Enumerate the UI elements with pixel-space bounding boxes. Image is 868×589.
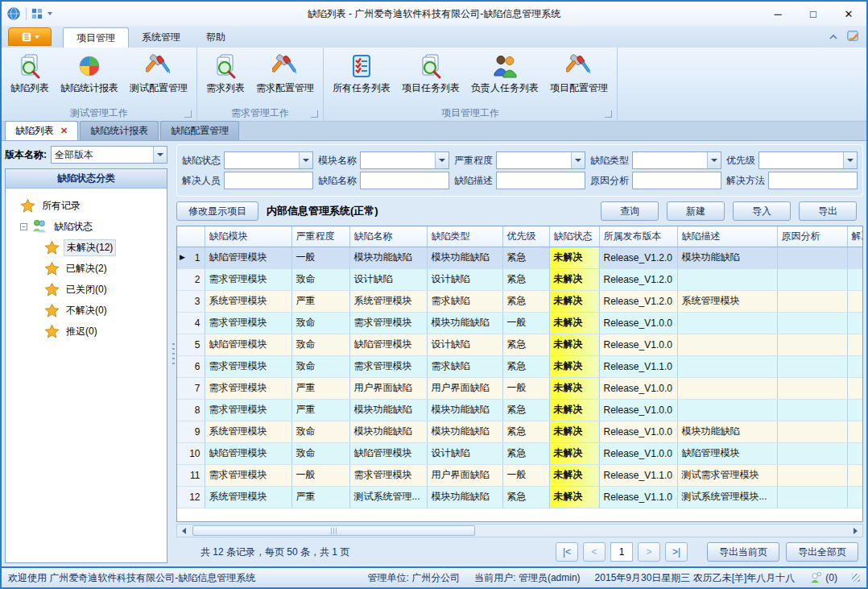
模块名称-dropdown[interactable] (360, 151, 449, 169)
dropdown-button[interactable] (843, 152, 857, 168)
column-header-缺陷描述[interactable]: 缺陷描述 (677, 226, 777, 247)
dropdown-button[interactable] (707, 152, 721, 168)
column-header-原因分析[interactable]: 原因分析 (777, 226, 847, 247)
action-button-查询[interactable]: 查询 (601, 201, 659, 221)
managing-unit: 管理单位: 广州分公司 (368, 571, 461, 585)
ribbon-button-缺陷列表[interactable]: 缺陷列表 (5, 49, 55, 97)
table-row[interactable]: 9系统管理模块致命模块功能缺陷模块功能缺陷紧急未解决Release_V1.0.0… (177, 421, 863, 442)
dropdown-button[interactable] (153, 147, 167, 163)
ribbon-button-所有任务列表[interactable]: 所有任务列表 (327, 49, 396, 97)
close-tab-icon[interactable]: ✕ (60, 126, 68, 136)
tree-item-推迟(0)[interactable]: 推迟(0) (9, 321, 163, 342)
globe-icon[interactable] (6, 6, 21, 21)
原因分析-input[interactable] (632, 172, 721, 189)
解决人员-input[interactable] (224, 172, 313, 189)
scrollbar-track[interactable] (191, 525, 849, 537)
column-header-解决方法[interactable]: 解决方法 (847, 226, 863, 247)
ribbon-tab-1[interactable]: 项目管理 (63, 27, 129, 48)
welcome-text: 欢迎使用 广州爱奇迪软件科技有限公司-缺陷信息管理系统 (8, 571, 353, 585)
cell: 模块功能缺陷 (427, 421, 502, 442)
table-row[interactable]: 12系统管理模块严重测试系统管理...模块功能缺陷紧急未解决Release_V1… (177, 486, 863, 508)
ribbon-tab-2[interactable]: 系统管理 (129, 27, 193, 48)
table-row[interactable]: 10缺陷管理模块致命缺陷管理模块设计缺陷紧急未解决Release_V1.0.0缺… (177, 442, 863, 464)
grid-menu-icon[interactable] (31, 8, 43, 19)
dropdown-button[interactable] (299, 152, 312, 168)
table-row[interactable]: 5缺陷管理模块致命缺陷管理模块设计缺陷紧急未解决Release_V1.0.0 (177, 334, 863, 355)
export-all-pages-button[interactable]: 导出全部页 (786, 542, 858, 562)
prev-page-button[interactable]: < (583, 542, 606, 562)
table-row[interactable]: 8需求管理模块严重模块功能缺陷模块功能缺陷紧急未解决Release_V1.0.0 (177, 399, 863, 421)
action-button-新建[interactable]: 新建 (667, 201, 725, 221)
panel-splitter[interactable] (171, 141, 176, 566)
tree-item-所有记录[interactable]: 所有记录 (9, 195, 163, 216)
horizontal-scrollbar[interactable] (176, 524, 863, 537)
tree-item-已关闭(0)[interactable]: 已关闭(0) (9, 279, 163, 300)
export-current-page-button[interactable]: 导出当前页 (707, 542, 779, 562)
column-header-所属发布版本[interactable]: 所属发布版本 (599, 226, 677, 247)
resize-grip-icon[interactable] (852, 574, 860, 582)
column-header-优先级[interactable]: 优先级 (502, 226, 549, 247)
action-button-导入[interactable]: 导入 (733, 201, 791, 221)
last-page-button[interactable]: >| (665, 542, 688, 562)
help-icon[interactable] (846, 29, 860, 45)
column-header-缺陷状态[interactable]: 缺陷状态 (549, 226, 599, 247)
close-button[interactable]: ✕ (831, 2, 866, 25)
column-header-严重程度[interactable]: 严重程度 (291, 226, 349, 247)
modify-columns-button[interactable]: 修改显示项目 (176, 201, 258, 221)
缺陷描述-input[interactable] (496, 172, 585, 189)
column-header-缺陷模块[interactable]: 缺陷模块 (205, 226, 291, 247)
table-row[interactable]: 7需求管理模块严重用户界面缺陷用户界面缺陷一般未解决Release_V1.0.0 (177, 377, 863, 399)
tree-item-不解决(0)[interactable]: 不解决(0) (9, 300, 163, 321)
优先级-dropdown[interactable] (758, 151, 858, 169)
first-page-button[interactable]: |< (556, 542, 578, 562)
ribbon-button-缺陷统计报表[interactable]: 缺陷统计报表 (55, 49, 124, 97)
ribbon-button-测试配置管理[interactable]: 测试配置管理 (124, 49, 193, 97)
解决方法-input[interactable] (768, 172, 858, 189)
ribbon-button-需求列表[interactable]: 需求列表 (200, 49, 250, 97)
action-button-导出[interactable]: 导出 (799, 201, 857, 221)
doc-tab-缺陷列表[interactable]: 缺陷列表✕ (5, 121, 78, 140)
ribbon-button-负责人任务列表[interactable]: 负责人任务列表 (465, 49, 544, 97)
tree-item-缺陷状态[interactable]: −缺陷状态 (9, 216, 163, 237)
缺陷状态-dropdown[interactable] (224, 151, 313, 169)
version-dropdown[interactable]: 全部版本 (51, 146, 167, 164)
maximize-button[interactable]: □ (796, 2, 831, 25)
缺陷类型-dropdown[interactable] (632, 151, 721, 169)
message-indicator[interactable]: (0) (809, 571, 837, 584)
ribbon-tab-3[interactable]: 帮助 (193, 27, 238, 48)
table-row[interactable]: 6需求管理模块致命需求管理模块需求缺陷紧急未解决Release_V1.1.0 (177, 355, 863, 377)
table-row[interactable]: ▶1缺陷管理模块一般模块功能缺陷模块功能缺陷紧急未解决Release_V1.2.… (177, 247, 863, 268)
dropdown-button[interactable] (435, 152, 448, 168)
缺陷名称-input[interactable] (360, 172, 449, 189)
table-row[interactable]: 4需求管理模块致命需求管理模块模块功能缺陷一般未解决Release_V1.0.0 (177, 312, 863, 334)
chevron-down-icon[interactable] (48, 12, 52, 15)
column-header-缺陷类型[interactable]: 缺陷类型 (427, 226, 502, 247)
table-row[interactable]: 2需求管理模块致命设计缺陷设计缺陷紧急未解决Release_V1.2.0 (177, 268, 863, 290)
doc-tab-缺陷配置管理[interactable]: 缺陷配置管理 (160, 121, 239, 140)
dialog-launcher-icon[interactable] (184, 110, 192, 118)
table-row[interactable]: 11需求管理模块一般需求管理模块用户界面缺陷一般未解决Release_V1.1.… (177, 464, 863, 486)
doc-tab-缺陷统计报表[interactable]: 缺陷统计报表 (80, 121, 159, 140)
tree-item-已解决(2)[interactable]: 已解决(2) (9, 258, 163, 279)
collapse-ribbon-icon[interactable] (829, 31, 838, 43)
tree-item-未解决(12)[interactable]: 未解决(12) (9, 237, 163, 258)
app-menu-button[interactable] (8, 27, 52, 46)
scroll-right-button[interactable] (849, 525, 862, 537)
page-number-input[interactable] (610, 542, 633, 562)
ribbon-button-项目配置管理[interactable]: 项目配置管理 (544, 49, 614, 97)
dialog-launcher-icon[interactable] (311, 110, 318, 118)
scrollbar-thumb[interactable] (192, 525, 475, 536)
minimize-button[interactable]: ─ (760, 2, 796, 25)
column-header-缺陷名称[interactable]: 缺陷名称 (349, 226, 427, 247)
table-row[interactable]: 3系统管理模块严重系统管理模块需求缺陷紧急未解决Release_V1.2.0系统… (177, 290, 863, 312)
column-header-row-indicator[interactable] (177, 226, 205, 247)
tree-expander-icon[interactable]: − (20, 223, 27, 230)
ribbon-button-项目任务列表[interactable]: 项目任务列表 (396, 49, 465, 97)
严重程度-dropdown[interactable] (496, 151, 585, 169)
dropdown-button[interactable] (571, 152, 585, 168)
ribbon-button-需求配置管理[interactable]: 需求配置管理 (250, 49, 320, 97)
star-icon (44, 240, 60, 255)
next-page-button[interactable]: > (638, 542, 660, 562)
scroll-left-button[interactable] (177, 525, 191, 537)
dialog-launcher-icon[interactable] (605, 110, 612, 118)
